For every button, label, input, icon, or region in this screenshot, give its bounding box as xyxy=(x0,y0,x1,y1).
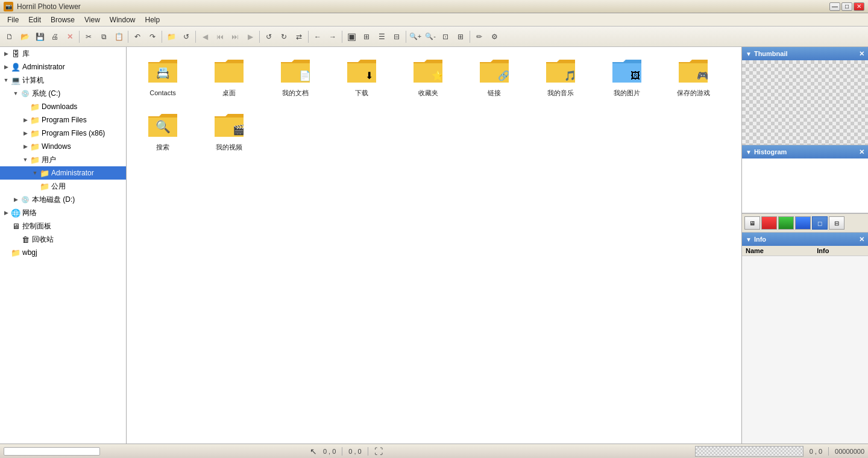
thumbnail-collapse-icon[interactable]: ▼ xyxy=(746,51,752,57)
view-btn-red[interactable] xyxy=(761,216,777,230)
tb-actual-size[interactable]: ⊞ xyxy=(453,30,468,44)
tb-redo[interactable]: ↷ xyxy=(145,30,160,44)
folder-contacts[interactable]: 📇 Contacts xyxy=(133,53,193,101)
tb-forward[interactable]: → xyxy=(326,30,340,44)
tree-item-control-panel[interactable]: 🖥 控制面板 xyxy=(0,219,126,233)
menu-browse[interactable]: Browse xyxy=(46,14,80,25)
tree-item-admin-root[interactable]: 👤 Administrator xyxy=(0,60,126,74)
folder-desktop[interactable]: 桌面 xyxy=(199,53,259,101)
close-button[interactable]: ✕ xyxy=(854,2,864,11)
tree-item-public[interactable]: 📁 公用 xyxy=(0,180,126,193)
tb-undo[interactable]: ↶ xyxy=(130,30,145,44)
tree-toggle-windows[interactable] xyxy=(20,142,30,151)
tree-label-users: 用户 xyxy=(42,155,56,165)
tree-toggle-local-d[interactable] xyxy=(11,195,20,204)
folder-saved-games[interactable]: 🎮 保存的游戏 xyxy=(663,53,723,101)
tree-item-program-files[interactable]: 📁 Program Files xyxy=(0,113,126,127)
tb-next[interactable]: ▶ xyxy=(243,30,257,44)
folder-my-videos[interactable]: 🎬 我的视频 xyxy=(199,107,259,155)
info-collapse-icon[interactable]: ▼ xyxy=(746,236,752,243)
tb-view-thumb[interactable]: ⊟ xyxy=(389,30,404,44)
tb-open[interactable]: 📂 xyxy=(17,30,32,44)
folder-my-pictures[interactable]: 🖼 我的图片 xyxy=(597,53,657,101)
tb-new[interactable]: 🗋 xyxy=(2,30,17,44)
tb-first[interactable]: ⏮ xyxy=(213,30,227,44)
tb-edit-draw[interactable]: ✏ xyxy=(472,30,486,44)
tree-item-wbgj[interactable]: 📁 wbgj xyxy=(0,246,126,259)
minimize-button[interactable]: — xyxy=(829,2,840,11)
tree-item-administrator-user[interactable]: 📁 Administrator xyxy=(0,166,126,180)
menu-file[interactable]: File xyxy=(2,14,24,25)
tb-zoom-out[interactable]: 🔍- xyxy=(423,30,438,44)
tb-view-single[interactable]: ▣ xyxy=(344,30,359,44)
tree-item-network[interactable]: 🌐 网络 xyxy=(0,206,126,219)
tb-rotate-right[interactable]: ↻ xyxy=(277,30,291,44)
tree-label-local-d: 本地磁盘 (D:) xyxy=(32,195,75,205)
tb-view-grid[interactable]: ⊞ xyxy=(359,30,374,44)
tree-toggle-program-files-x86[interactable] xyxy=(20,128,30,138)
thumbnail-close-button[interactable]: ✕ xyxy=(859,50,864,58)
tb-view-list[interactable]: ☰ xyxy=(374,30,389,44)
tree-item-program-files-x86[interactable]: 📁 Program Files (x86) xyxy=(0,127,126,140)
tree-item-users[interactable]: 📁 用户 xyxy=(0,153,126,166)
tb-edit-tool[interactable]: ⚙ xyxy=(487,30,502,44)
svg-text:📄: 📄 xyxy=(299,70,310,81)
menu-window[interactable]: Window xyxy=(105,14,140,25)
tree-item-system-c[interactable]: 💿 系统 (C:) xyxy=(0,87,126,100)
tb-last[interactable]: ⏭ xyxy=(228,30,242,44)
tree-toggle-ku[interactable] xyxy=(1,49,11,58)
tb-paste[interactable]: 📋 xyxy=(112,30,126,44)
svg-text:🔗: 🔗 xyxy=(498,70,509,81)
tb-zoom-in[interactable]: 🔍+ xyxy=(408,30,423,44)
view-btn-green[interactable] xyxy=(778,216,794,230)
menu-help[interactable]: Help xyxy=(140,14,165,25)
folder-icon-saved-games: 🎮 xyxy=(679,57,708,86)
tree-item-local-d[interactable]: 💿 本地磁盘 (D:) xyxy=(0,193,126,206)
tb-browse[interactable]: 📁 xyxy=(164,30,178,44)
folder-label-my-music: 我的音乐 xyxy=(547,89,574,97)
tb-print[interactable]: 🖨 xyxy=(48,30,62,44)
tb-save[interactable]: 💾 xyxy=(33,30,47,44)
tb-copy[interactable]: ⧉ xyxy=(96,30,111,44)
maximize-button[interactable]: □ xyxy=(841,2,852,11)
tree-item-windows[interactable]: 📁 Windows xyxy=(0,140,126,153)
tb-prev[interactable]: ◀ xyxy=(198,30,212,44)
tree-item-recycle-bin[interactable]: 🗑 回收站 xyxy=(0,233,126,246)
folder-my-music[interactable]: 🎵 我的音乐 xyxy=(530,53,591,101)
info-close-button[interactable]: ✕ xyxy=(859,236,864,243)
tree-item-ku[interactable]: 🗄 库 xyxy=(0,47,126,60)
tb-back[interactable]: ← xyxy=(310,30,325,44)
svg-text:🔍: 🔍 xyxy=(156,119,171,134)
folder-search[interactable]: 🔍 搜索 xyxy=(133,107,193,155)
tree-toggle-network[interactable] xyxy=(1,208,11,218)
tree-toggle-admin-root[interactable] xyxy=(1,62,11,72)
tree-toggle-system-c[interactable] xyxy=(11,89,20,98)
folder-label-my-docs: 我的文档 xyxy=(282,89,309,97)
histogram-collapse-icon[interactable]: ▼ xyxy=(746,149,752,155)
folder-favorites[interactable]: ⭐ 收藏夹 xyxy=(398,53,458,101)
tree-toggle-administrator-user[interactable] xyxy=(30,168,40,178)
tb-fit[interactable]: ⊡ xyxy=(438,30,453,44)
histogram-close-button[interactable]: ✕ xyxy=(859,148,864,156)
menu-edit[interactable]: Edit xyxy=(24,14,46,25)
tree-toggle-jisuanji[interactable] xyxy=(1,75,11,85)
tree-item-jisuanji[interactable]: 💻 计算机 xyxy=(0,74,126,87)
tb-flip[interactable]: ⇄ xyxy=(292,30,306,44)
folder-links[interactable]: 🔗 链接 xyxy=(464,53,524,101)
folder-my-docs[interactable]: 📄 我的文档 xyxy=(265,53,326,101)
view-btn-extra[interactable]: ⊟ xyxy=(829,216,844,230)
tree-item-downloads[interactable]: 📁 Downloads xyxy=(0,100,126,113)
tb-delete[interactable]: ✕ xyxy=(63,30,77,44)
view-btn-monitor[interactable]: 🖥 xyxy=(744,216,760,230)
tb-cut[interactable]: ✂ xyxy=(81,30,96,44)
tree-toggle-users[interactable] xyxy=(20,155,30,165)
view-btn-all[interactable]: ◻ xyxy=(812,216,828,230)
tb-rotate-left[interactable]: ↺ xyxy=(262,30,276,44)
tb-refresh[interactable]: ↺ xyxy=(179,30,193,44)
view-btn-blue[interactable] xyxy=(795,216,811,230)
folder-downloads[interactable]: ⬇ 下载 xyxy=(332,53,392,101)
main-layout: 🗄 库 👤 Administrator 💻 计算机 💿 系统 (C:) 📁 Do… xyxy=(0,47,868,444)
menu-view[interactable]: View xyxy=(80,14,105,25)
tree-toggle-program-files[interactable] xyxy=(20,115,30,125)
thumbnail-title: Thumbnail xyxy=(754,50,788,57)
